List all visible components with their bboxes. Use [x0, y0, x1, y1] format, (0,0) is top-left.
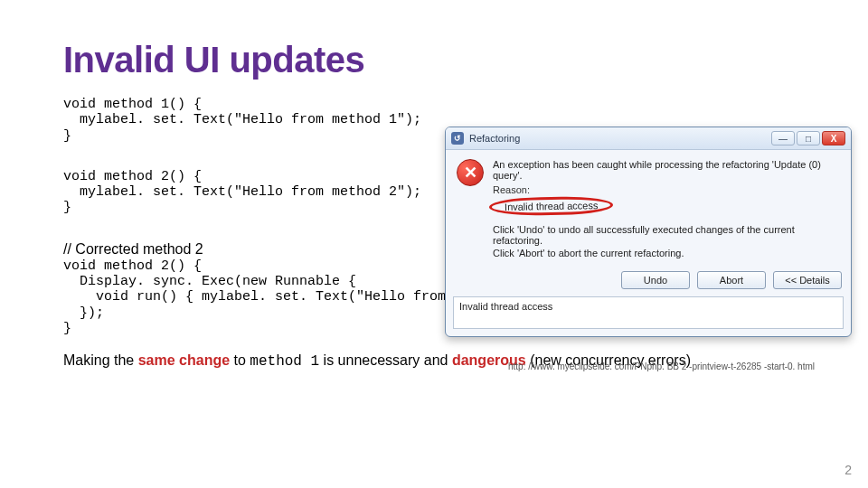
window-maximize-button[interactable]: □: [797, 131, 820, 145]
dialog-titlebar[interactable]: ↺ Refactoring — □ X: [446, 127, 851, 150]
refactoring-dialog: ↺ Refactoring — □ X ✕ An exception has b…: [445, 127, 852, 337]
page-title: Invalid UI updates: [63, 40, 805, 80]
code-line: }: [63, 200, 71, 215]
code-line: Display. sync. Exec(new Runnable {: [63, 274, 356, 289]
code-line: mylabel. set. Text("Hello from method 1"…: [63, 112, 421, 127]
code-line: void method 2() {: [63, 258, 202, 274]
dialog-instruction: Click 'Undo' to undo all successfully ex…: [493, 224, 840, 246]
abort-button[interactable]: Abort: [697, 271, 766, 289]
code-line: });: [63, 305, 104, 321]
details-button[interactable]: << Details: [773, 271, 842, 289]
footnote-text: to: [230, 352, 250, 368]
footnote-method1: method 1: [250, 353, 319, 370]
code-line: }: [63, 128, 71, 144]
window-minimize-button[interactable]: —: [771, 131, 795, 145]
footnote-text: is unnecessary and: [319, 352, 452, 368]
footnote-emph-same-change: same change: [138, 352, 230, 368]
dialog-details-pane: Invalid thread access: [453, 296, 844, 329]
app-icon: ↺: [451, 132, 464, 145]
window-close-button[interactable]: X: [822, 131, 845, 145]
source-url: http: //www. myeclipseide. com/PNphp. BB…: [508, 361, 815, 371]
code-line: mylabel. set. Text("Hello from method 2"…: [63, 184, 421, 200]
code-line: void method 1() {: [63, 97, 202, 112]
refresh-icon: ↺: [454, 134, 461, 143]
dialog-message: An exception has been caught while proce…: [493, 159, 840, 181]
undo-button[interactable]: Undo: [621, 271, 690, 289]
error-icon: ✕: [457, 159, 484, 186]
dialog-title: Refactoring: [469, 133, 766, 144]
code-line: void method 2() {: [63, 169, 202, 184]
dialog-instruction: Click 'Abort' to abort the current refac…: [493, 248, 840, 258]
dialog-reason-label: Reason:: [493, 184, 840, 195]
footnote-text: Making the: [63, 352, 138, 368]
code-line: }: [63, 321, 71, 336]
code-comment: // Corrected method 2: [63, 241, 203, 257]
dialog-reason-highlight: Invalid thread access: [489, 196, 614, 216]
x-icon: ✕: [464, 163, 477, 183]
page-number: 2: [844, 463, 852, 477]
